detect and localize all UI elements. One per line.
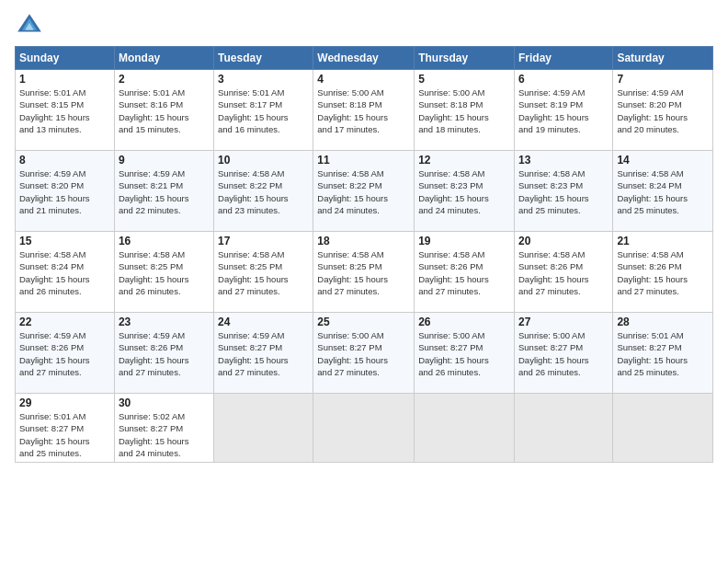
calendar-cell: 15Sunrise: 4:58 AMSunset: 8:24 PMDayligh… [16,232,115,313]
calendar-cell: 12Sunrise: 4:58 AMSunset: 8:23 PMDayligh… [415,151,515,232]
day-number: 22 [19,316,110,328]
calendar-cell: 29Sunrise: 5:01 AMSunset: 8:27 PMDayligh… [16,394,115,463]
calendar-cell: 22Sunrise: 4:59 AMSunset: 8:26 PMDayligh… [16,313,115,394]
day-number: 11 [317,154,410,167]
calendar-cell: 24Sunrise: 4:59 AMSunset: 8:27 PMDayligh… [214,313,313,394]
day-header-saturday: Saturday [613,47,713,70]
calendar-cell: 14Sunrise: 4:58 AMSunset: 8:24 PMDayligh… [613,151,713,232]
day-number: 29 [19,396,110,409]
day-number: 8 [19,154,110,167]
day-info: Sunrise: 4:59 AMSunset: 8:19 PMDaylight:… [518,86,609,135]
day-info: Sunrise: 4:59 AMSunset: 8:20 PMDaylight:… [19,167,110,216]
day-number: 2 [119,73,210,86]
logo-icon [15,11,44,40]
day-number: 13 [518,154,609,167]
day-number: 1 [19,73,110,86]
day-info: Sunrise: 4:59 AMSunset: 8:26 PMDaylight:… [119,329,210,378]
day-info: Sunrise: 5:01 AMSunset: 8:17 PMDaylight:… [218,86,309,135]
calendar-cell: 20Sunrise: 4:58 AMSunset: 8:26 PMDayligh… [514,232,612,313]
header [15,11,713,40]
day-number: 24 [218,316,309,328]
day-info: Sunrise: 5:00 AMSunset: 8:27 PMDaylight:… [518,329,609,378]
day-info: Sunrise: 4:59 AMSunset: 8:26 PMDaylight:… [19,329,110,378]
day-number: 17 [218,235,309,247]
day-number: 7 [617,73,709,86]
day-number: 27 [518,316,609,328]
calendar-cell: 25Sunrise: 5:00 AMSunset: 8:27 PMDayligh… [313,313,415,394]
calendar-cell: 16Sunrise: 4:58 AMSunset: 8:25 PMDayligh… [114,232,213,313]
day-info: Sunrise: 4:59 AMSunset: 8:27 PMDaylight:… [218,329,309,378]
calendar-cell: 6Sunrise: 4:59 AMSunset: 8:19 PMDaylight… [514,70,612,151]
day-info: Sunrise: 5:02 AMSunset: 8:27 PMDaylight:… [119,410,210,459]
calendar-cell: 13Sunrise: 4:58 AMSunset: 8:23 PMDayligh… [514,151,612,232]
day-header-wednesday: Wednesday [313,47,415,70]
day-info: Sunrise: 4:59 AMSunset: 8:21 PMDaylight:… [119,167,210,216]
calendar-cell: 5Sunrise: 5:00 AMSunset: 8:18 PMDaylight… [415,70,515,151]
day-info: Sunrise: 4:58 AMSunset: 8:25 PMDaylight:… [119,248,210,297]
day-number: 18 [317,235,410,247]
day-number: 5 [418,73,510,86]
day-info: Sunrise: 4:58 AMSunset: 8:25 PMDaylight:… [317,248,410,297]
day-info: Sunrise: 4:58 AMSunset: 8:22 PMDaylight:… [317,167,410,216]
day-info: Sunrise: 4:59 AMSunset: 8:20 PMDaylight:… [617,86,709,135]
calendar-cell: 7Sunrise: 4:59 AMSunset: 8:20 PMDaylight… [613,70,713,151]
calendar-cell: 8Sunrise: 4:59 AMSunset: 8:20 PMDaylight… [16,151,115,232]
calendar-cell [514,394,612,463]
calendar-cell: 19Sunrise: 4:58 AMSunset: 8:26 PMDayligh… [415,232,515,313]
day-number: 16 [119,235,210,247]
day-number: 12 [418,154,510,167]
day-info: Sunrise: 5:00 AMSunset: 8:18 PMDaylight:… [317,86,410,135]
day-info: Sunrise: 4:58 AMSunset: 8:26 PMDaylight:… [518,248,609,297]
day-number: 20 [518,235,609,247]
page: SundayMondayTuesdayWednesdayThursdayFrid… [0,0,728,563]
day-number: 26 [418,316,510,328]
day-header-friday: Friday [514,47,612,70]
day-info: Sunrise: 5:01 AMSunset: 8:27 PMDaylight:… [19,410,110,459]
day-number: 10 [218,154,309,167]
calendar-cell: 17Sunrise: 4:58 AMSunset: 8:25 PMDayligh… [214,232,313,313]
day-header-sunday: Sunday [16,47,115,70]
week-row-2: 8Sunrise: 4:59 AMSunset: 8:20 PMDaylight… [16,151,713,232]
day-number: 23 [119,316,210,328]
calendar-cell: 4Sunrise: 5:00 AMSunset: 8:18 PMDaylight… [313,70,415,151]
week-row-3: 15Sunrise: 4:58 AMSunset: 8:24 PMDayligh… [16,232,713,313]
calendar-cell: 28Sunrise: 5:01 AMSunset: 8:27 PMDayligh… [613,313,713,394]
calendar: SundayMondayTuesdayWednesdayThursdayFrid… [15,46,713,463]
logo [15,11,48,40]
week-row-4: 22Sunrise: 4:59 AMSunset: 8:26 PMDayligh… [16,313,713,394]
day-info: Sunrise: 5:01 AMSunset: 8:16 PMDaylight:… [119,86,210,135]
day-info: Sunrise: 4:58 AMSunset: 8:24 PMDaylight:… [19,248,110,297]
day-info: Sunrise: 5:01 AMSunset: 8:27 PMDaylight:… [617,329,709,378]
day-number: 30 [119,396,210,409]
day-info: Sunrise: 4:58 AMSunset: 8:22 PMDaylight:… [218,167,309,216]
day-info: Sunrise: 4:58 AMSunset: 8:24 PMDaylight:… [617,167,709,216]
calendar-cell: 21Sunrise: 4:58 AMSunset: 8:26 PMDayligh… [613,232,713,313]
day-info: Sunrise: 4:58 AMSunset: 8:26 PMDaylight:… [418,248,510,297]
day-header-tuesday: Tuesday [214,47,313,70]
day-header-thursday: Thursday [415,47,515,70]
day-header-monday: Monday [114,47,213,70]
calendar-header-row: SundayMondayTuesdayWednesdayThursdayFrid… [16,47,713,70]
day-number: 25 [317,316,410,328]
day-info: Sunrise: 4:58 AMSunset: 8:25 PMDaylight:… [218,248,309,297]
day-number: 21 [617,235,709,247]
week-row-1: 1Sunrise: 5:01 AMSunset: 8:15 PMDaylight… [16,70,713,151]
calendar-cell: 11Sunrise: 4:58 AMSunset: 8:22 PMDayligh… [313,151,415,232]
calendar-cell: 3Sunrise: 5:01 AMSunset: 8:17 PMDaylight… [214,70,313,151]
calendar-cell: 10Sunrise: 4:58 AMSunset: 8:22 PMDayligh… [214,151,313,232]
day-number: 6 [518,73,609,86]
calendar-cell: 27Sunrise: 5:00 AMSunset: 8:27 PMDayligh… [514,313,612,394]
calendar-cell [415,394,515,463]
day-number: 9 [119,154,210,167]
day-number: 15 [19,235,110,247]
day-info: Sunrise: 4:58 AMSunset: 8:26 PMDaylight:… [617,248,709,297]
day-info: Sunrise: 4:58 AMSunset: 8:23 PMDaylight:… [418,167,510,216]
day-info: Sunrise: 5:00 AMSunset: 8:18 PMDaylight:… [418,86,510,135]
day-number: 3 [218,73,309,86]
calendar-cell [313,394,415,463]
calendar-cell: 1Sunrise: 5:01 AMSunset: 8:15 PMDaylight… [16,70,115,151]
day-number: 14 [617,154,709,167]
calendar-cell: 23Sunrise: 4:59 AMSunset: 8:26 PMDayligh… [114,313,213,394]
day-info: Sunrise: 5:00 AMSunset: 8:27 PMDaylight:… [317,329,410,378]
calendar-cell: 18Sunrise: 4:58 AMSunset: 8:25 PMDayligh… [313,232,415,313]
